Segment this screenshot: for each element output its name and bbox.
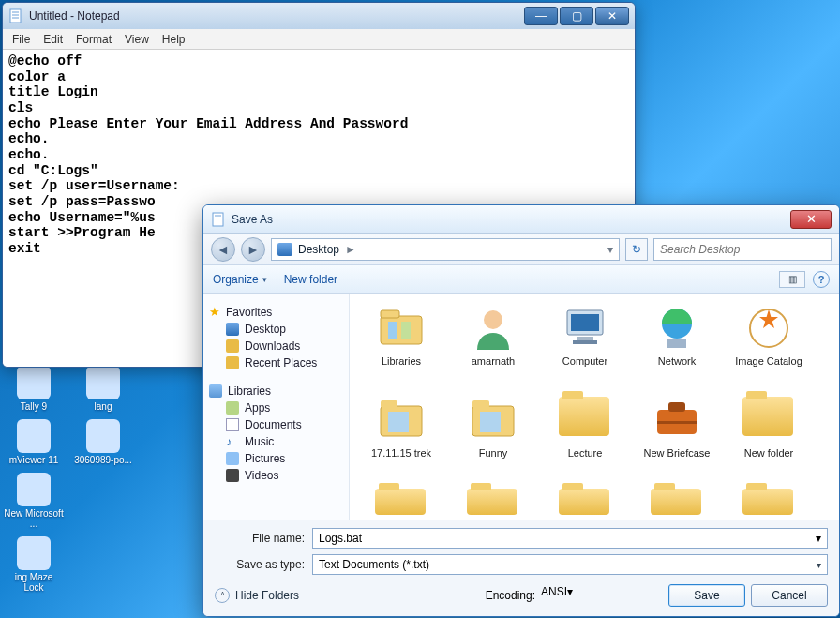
saveas-footer: File name: Logs.bat▾ Save as type: Text … xyxy=(203,520,839,616)
sidebar-libraries-header[interactable]: Libraries xyxy=(209,384,343,398)
file-name-input[interactable]: Logs.bat▾ xyxy=(312,528,828,549)
svg-rect-0 xyxy=(10,9,21,23)
desktop-icon[interactable]: 3060989-po... xyxy=(73,419,133,465)
new-folder-button[interactable]: New folder xyxy=(284,273,338,286)
file-item-label: New Briefcase xyxy=(644,447,711,460)
svg-rect-12 xyxy=(571,314,599,331)
menu-edit[interactable]: Edit xyxy=(43,33,63,46)
saveas-fileview[interactable]: LibrariesamarnathComputerNetworkImage Ca… xyxy=(350,294,839,520)
file-item[interactable]: Computer xyxy=(541,301,629,393)
video-icon xyxy=(226,469,239,482)
sidebar-item-pictures[interactable]: Pictures xyxy=(209,450,343,467)
svg-rect-20 xyxy=(388,412,409,432)
file-item-label: Computer xyxy=(562,355,608,368)
desktop-icon[interactable]: Tally 9 xyxy=(4,366,64,412)
nav-back-button[interactable]: ◄ xyxy=(211,237,235,262)
folder-icon xyxy=(559,397,611,444)
chevron-down-icon[interactable]: ▾ xyxy=(567,585,573,598)
svg-rect-19 xyxy=(381,400,398,408)
encoding-label: Encoding: xyxy=(486,589,535,602)
folder-icon xyxy=(467,489,519,519)
close-button[interactable]: ✕ xyxy=(595,7,629,25)
file-item[interactable]: Libraries xyxy=(357,301,445,393)
saveas-sidebar: ★ Favorites Desktop Downloads Recent Pla… xyxy=(203,294,350,520)
notepad-menubar: File Edit Format View Help xyxy=(3,29,635,50)
desktop-icon[interactable]: New Microsoft ... xyxy=(4,473,64,529)
sidebar-item-recent[interactable]: Recent Places xyxy=(209,354,343,371)
libraries-icon xyxy=(375,305,428,352)
chevron-down-icon[interactable]: ▾ xyxy=(817,560,821,570)
desktop-icon[interactable]: lang xyxy=(73,366,133,412)
search-input[interactable] xyxy=(653,238,832,261)
file-item[interactable]: New Briefcase xyxy=(633,393,721,485)
maximize-button[interactable]: ▢ xyxy=(560,7,593,25)
menu-view[interactable]: View xyxy=(125,33,149,46)
cancel-button[interactable]: Cancel xyxy=(751,584,828,607)
minimize-button[interactable]: — xyxy=(524,7,558,25)
breadcrumb[interactable]: Desktop ► ▾ xyxy=(271,238,620,261)
saveas-nav: ◄ ► Desktop ► ▾ ↻ xyxy=(203,234,839,265)
svg-rect-23 xyxy=(480,412,501,432)
saveas-titlebar[interactable]: Save As ✕ xyxy=(203,205,839,234)
file-item[interactable]: 17.11.15 trek xyxy=(357,393,445,485)
desktop-icon[interactable]: mViewer 11 xyxy=(4,419,64,465)
file-item[interactable]: New folder xyxy=(725,393,813,485)
folder-icon xyxy=(559,489,611,519)
sidebar-item-documents[interactable]: Documents xyxy=(209,416,343,433)
menu-file[interactable]: File xyxy=(12,33,30,46)
close-button[interactable]: ✕ xyxy=(790,210,832,229)
save-type-label: Save as type: xyxy=(215,558,305,571)
file-item-label: 17.11.15 trek xyxy=(371,447,431,460)
sidebar-favorites-header[interactable]: ★ Favorites xyxy=(209,305,343,319)
sidebar-item-music[interactable]: ♪Music xyxy=(209,433,343,450)
star-icon: ★ xyxy=(209,305,220,319)
file-item[interactable] xyxy=(541,485,629,520)
save-type-select[interactable]: Text Documents (*.txt)▾ xyxy=(312,554,828,575)
file-item-label: Libraries xyxy=(382,355,421,368)
recent-icon xyxy=(226,356,239,369)
user-icon xyxy=(467,305,519,352)
hide-folders-button[interactable]: ˄ Hide Folders xyxy=(215,588,299,603)
file-item[interactable]: Funny xyxy=(449,393,537,485)
file-item-label: Network xyxy=(658,355,696,368)
file-item[interactable]: amarnath xyxy=(449,301,537,393)
refresh-button[interactable]: ↻ xyxy=(625,238,648,261)
svg-rect-16 xyxy=(668,339,686,348)
computer-icon xyxy=(559,305,611,352)
download-icon xyxy=(226,339,239,353)
view-options-button[interactable]: ▥ xyxy=(779,271,805,288)
sidebar-item-desktop[interactable]: Desktop xyxy=(209,321,343,338)
menu-help[interactable]: Help xyxy=(162,33,186,46)
file-item[interactable]: Network xyxy=(633,301,721,393)
nav-forward-button[interactable]: ► xyxy=(241,237,265,262)
save-button[interactable]: Save xyxy=(668,584,745,607)
svg-rect-9 xyxy=(401,322,411,339)
sidebar-item-videos[interactable]: Videos xyxy=(209,467,343,484)
sidebar-item-downloads[interactable]: Downloads xyxy=(209,338,343,354)
file-item[interactable]: Image Catalog xyxy=(725,301,813,393)
folder-icon xyxy=(742,397,795,444)
menu-format[interactable]: Format xyxy=(76,33,112,46)
chevron-right-icon: ► xyxy=(345,243,356,256)
file-item[interactable] xyxy=(357,485,445,520)
notepad-titlebar[interactable]: Untitled - Notepad — ▢ ✕ xyxy=(3,3,635,29)
file-item[interactable] xyxy=(633,485,721,520)
folder-icon xyxy=(651,489,703,519)
encoding-select[interactable]: ANSI▾ xyxy=(541,585,663,606)
sidebar-item-apps[interactable]: Apps xyxy=(209,399,343,416)
file-item[interactable]: Lecture xyxy=(541,393,629,485)
breadcrumb-location: Desktop xyxy=(298,243,339,256)
svg-rect-25 xyxy=(668,402,685,412)
file-name-label: File name: xyxy=(215,532,305,545)
file-item[interactable] xyxy=(725,485,813,520)
chevron-down-icon[interactable]: ▾ xyxy=(816,532,821,545)
organize-menu[interactable]: Organize xyxy=(213,273,267,286)
file-item-label: Image Catalog xyxy=(735,355,802,368)
chevron-down-icon[interactable]: ▾ xyxy=(608,243,613,256)
desktop-icon[interactable]: ing Maze Lock xyxy=(4,536,64,593)
file-item[interactable] xyxy=(449,485,537,520)
svg-rect-22 xyxy=(472,400,489,408)
notepad-icon xyxy=(211,212,226,227)
desktop-icon xyxy=(226,323,239,336)
help-button[interactable]: ? xyxy=(813,271,830,288)
